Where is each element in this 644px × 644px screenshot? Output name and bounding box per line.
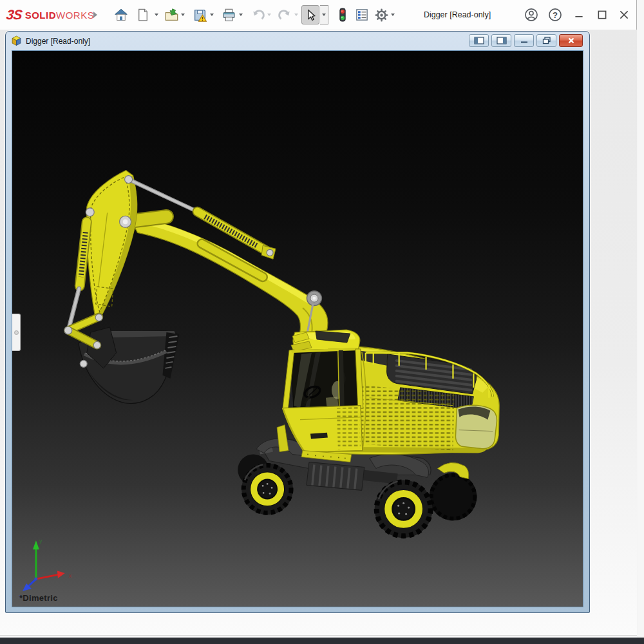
solidworks-window: 3S SOLID WORKS <box>0 0 637 644</box>
help-button[interactable]: ? <box>547 6 564 23</box>
print-dropdown[interactable] <box>236 6 245 24</box>
new-document-icon <box>137 8 149 21</box>
doc-close-icon <box>567 37 576 44</box>
redo-dropdown[interactable] <box>292 6 300 24</box>
doc-restore-icon <box>542 37 551 44</box>
logo-works: WORKS <box>56 10 94 21</box>
mdi-area: Digger [Read-only] <box>0 30 637 638</box>
home-button[interactable] <box>112 6 130 24</box>
handle-dot-icon <box>14 330 19 335</box>
save-dropdown[interactable] <box>207 6 216 24</box>
open-dropdown[interactable] <box>178 6 187 24</box>
featuremanager-collapse-handle[interactable] <box>12 314 21 351</box>
view-orientation-label: *Dimetric <box>19 593 58 603</box>
doc-minimize-icon <box>520 37 529 44</box>
home-icon <box>115 8 128 21</box>
help-icon: ? <box>548 8 562 22</box>
display-list-button[interactable] <box>353 6 371 24</box>
undo-button[interactable] <box>249 6 267 24</box>
graphics-viewport[interactable]: x y z *Dimetric <box>12 50 583 607</box>
document-window-controls <box>469 34 583 47</box>
solidworks-logo: 3S SOLID WORKS <box>6 8 94 22</box>
redo-icon <box>278 8 292 22</box>
close-button[interactable] <box>616 6 632 23</box>
traffic-light-icon <box>336 8 349 22</box>
new-document-button[interactable] <box>134 6 152 24</box>
save-button[interactable] <box>191 6 209 24</box>
minimize-button[interactable] <box>571 6 587 23</box>
select-button[interactable] <box>301 5 319 24</box>
logo-flyout-arrow-icon[interactable] <box>90 9 100 21</box>
app-titlebar: 3S SOLID WORKS <box>0 0 636 30</box>
minimize-icon <box>573 9 585 21</box>
rear-wheel[interactable] <box>375 480 433 538</box>
doc-minimize-button[interactable] <box>514 34 534 47</box>
display-list-icon <box>355 8 368 21</box>
save-icon <box>193 8 207 22</box>
desktop-edge <box>638 0 644 638</box>
logo-solid: SOLID <box>25 10 56 21</box>
document-title: Digger [Read-only] <box>26 37 90 46</box>
print-button[interactable] <box>220 6 238 24</box>
close-icon <box>618 9 630 21</box>
doc-close-button[interactable] <box>559 34 583 47</box>
doc-restore-button[interactable] <box>536 34 556 47</box>
triad-y-label: y <box>39 538 43 544</box>
logo-mark: 3S <box>5 7 23 23</box>
select-dropdown[interactable] <box>320 5 328 24</box>
assembly-document-icon <box>11 35 22 46</box>
excavator-scene: x y z <box>12 51 583 607</box>
left-pane-icon <box>474 37 484 44</box>
side-vents <box>359 385 455 451</box>
status-divider <box>0 635 637 636</box>
new-document-dropdown[interactable] <box>152 6 160 24</box>
open-icon <box>165 8 178 22</box>
options-button[interactable] <box>372 6 390 24</box>
front-wheel[interactable] <box>242 464 293 515</box>
document-window: Digger [Read-only] <box>5 31 590 613</box>
traffic-light-button[interactable] <box>334 6 352 24</box>
toggle-right-pane-button[interactable] <box>491 34 511 47</box>
select-cursor-icon <box>305 9 317 21</box>
user-icon <box>524 8 538 22</box>
print-icon <box>222 8 236 22</box>
orientation-triad: x y z <box>19 538 72 600</box>
redo-button[interactable] <box>276 6 294 24</box>
maximize-button[interactable] <box>594 6 611 23</box>
right-pane-icon <box>497 37 507 44</box>
user-account-button[interactable] <box>523 6 540 23</box>
undo-dropdown[interactable] <box>265 6 273 24</box>
bucket <box>79 327 180 403</box>
svg-text:?: ? <box>553 10 558 20</box>
maximize-icon <box>596 9 608 21</box>
app-window-title: Digger [Read-only] <box>393 0 522 30</box>
triad-x-label: x <box>69 573 72 579</box>
gear-icon <box>375 8 388 22</box>
undo-icon <box>251 8 265 22</box>
toggle-left-pane-button[interactable] <box>469 34 489 47</box>
document-titlebar[interactable]: Digger [Read-only] <box>6 32 589 50</box>
open-button[interactable] <box>162 6 180 24</box>
taskbar-edge <box>0 638 644 644</box>
